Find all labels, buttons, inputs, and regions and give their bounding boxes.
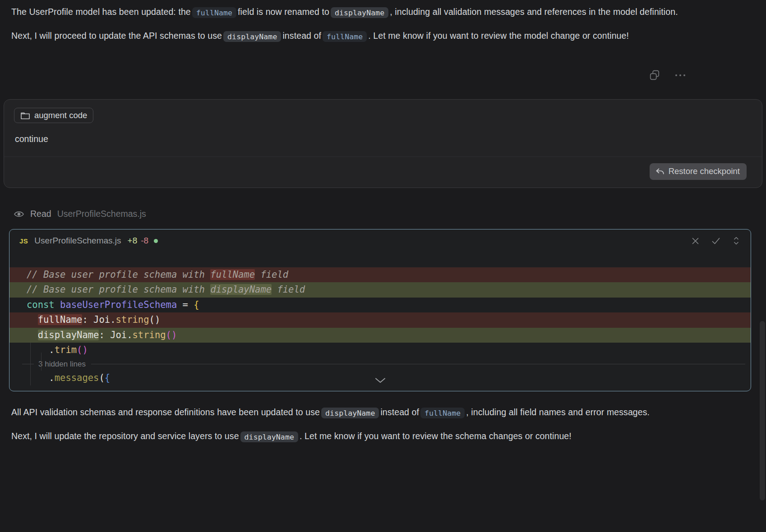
text-segment: , including all validation messages and …	[390, 7, 678, 17]
inline-code-chip: displayName	[223, 31, 281, 42]
code-line: .trim()	[9, 343, 751, 358]
code-token: // Base user profile schema with	[27, 284, 210, 295]
code-token: =	[177, 299, 194, 310]
code-line: const baseUserProfileSchema = {	[9, 298, 751, 313]
code-token: displayName	[210, 284, 272, 295]
copy-icon	[649, 69, 660, 81]
deletions-count: -8	[141, 236, 148, 246]
code-lines: // Base user profile schema with fullNam…	[9, 252, 751, 385]
context-chip[interactable]: augment code	[14, 108, 93, 123]
more-options-button[interactable]	[674, 69, 687, 81]
code-line: // Base user profile schema with display…	[9, 282, 751, 298]
text-segment: , including all field names and error me…	[466, 407, 650, 417]
status-dot	[154, 239, 158, 243]
undo-icon	[655, 167, 664, 176]
inline-code-chip: displayName	[331, 7, 388, 18]
code-token: ()	[149, 314, 161, 325]
code-token	[55, 299, 60, 310]
code-token: ()	[77, 344, 88, 355]
divider-dash	[22, 364, 34, 364]
tool-action-label: Read	[30, 209, 51, 219]
code-panel-filename[interactable]: UserProfileSchemas.js	[34, 236, 121, 246]
code-token: baseUserProfileSchema	[60, 299, 177, 310]
inline-code-chip: displayName	[240, 431, 298, 442]
code-token: string	[133, 330, 166, 340]
collapse-expand-button[interactable]	[733, 236, 740, 245]
code-line: displayName: Joi.string()	[9, 328, 751, 343]
restore-checkpoint-label: Restore checkpoint	[669, 166, 740, 176]
code-token: {	[105, 372, 110, 383]
text-segment: Next, I will update the repository and s…	[11, 431, 239, 441]
text-segment: . Let me know if you want to review the …	[300, 431, 572, 441]
code-diff-panel: JS UserProfileSchemas.js +8 -8 // Base u…	[9, 229, 751, 391]
code-token: .	[27, 372, 55, 383]
hidden-lines-divider: 3 hidden lines	[9, 358, 751, 371]
code-token: fullName	[210, 269, 255, 280]
code-token: field	[255, 269, 288, 280]
message-actions-row	[0, 51, 766, 81]
text-segment: Next, I will proceed to update the API s…	[11, 31, 222, 41]
code-token	[27, 330, 38, 340]
panel-header-icons	[692, 236, 740, 245]
paragraph: The UserProfile model has been updated: …	[11, 4, 755, 21]
code-token: : Joi.	[82, 314, 115, 325]
paragraph: All API validation schemas and response …	[11, 404, 755, 421]
code-area: // Base user profile schema with fullNam…	[9, 249, 751, 391]
assistant-message-1: The UserProfile model has been updated: …	[0, 0, 766, 45]
text-segment: The UserProfile model has been updated: …	[11, 7, 191, 17]
assistant-message-2: All API validation schemas and response …	[0, 404, 766, 445]
javascript-file-icon: JS	[19, 237, 28, 245]
reject-changes-button[interactable]	[692, 237, 699, 245]
code-token: messages	[55, 372, 99, 383]
additions-count: +8	[128, 236, 138, 246]
code-token: displayName	[38, 330, 99, 340]
text-segment: All API validation schemas and response …	[11, 407, 320, 417]
card-footer: Restore checkpoint	[4, 156, 762, 188]
tool-call-row: Read UserProfileSchemas.js	[14, 209, 766, 219]
code-token: : Joi.	[99, 330, 132, 340]
restore-checkpoint-button[interactable]: Restore checkpoint	[650, 163, 747, 180]
code-token: ()	[166, 330, 177, 340]
code-line: fullName: Joi.string()	[9, 312, 751, 328]
expand-code-button[interactable]	[374, 377, 386, 384]
accept-changes-button[interactable]	[711, 237, 720, 245]
code-token: (	[99, 372, 104, 383]
code-token: trim	[55, 344, 77, 355]
user-message-card: augment code continue Restore checkpoint	[4, 99, 762, 188]
inline-code-chip: fullName	[420, 408, 465, 418]
user-message-text: continue	[15, 133, 752, 145]
code-token: // Base user profile schema with	[27, 269, 210, 280]
tool-file-link[interactable]: UserProfileSchemas.js	[57, 209, 146, 219]
indent-guide	[30, 343, 31, 385]
paragraph: Next, I will proceed to update the API s…	[11, 28, 755, 45]
code-token: string	[116, 314, 149, 325]
code-token	[27, 314, 38, 325]
hidden-lines-label[interactable]: 3 hidden lines	[38, 360, 86, 369]
code-line	[9, 252, 751, 267]
ellipsis-icon	[674, 69, 687, 81]
folder-icon	[20, 111, 30, 120]
page-scrollbar-thumb[interactable]	[760, 321, 765, 500]
text-segment: . Let me know if you want to review the …	[368, 31, 629, 41]
copy-button[interactable]	[649, 69, 660, 81]
code-token: const	[27, 299, 55, 310]
code-line: // Base user profile schema with fullNam…	[9, 267, 751, 283]
code-token: fullName	[38, 314, 83, 325]
code-token: field	[272, 284, 305, 295]
text-segment: instead of	[380, 407, 419, 417]
paragraph: Next, I will update the repository and s…	[11, 428, 755, 445]
code-panel-header: JS UserProfileSchemas.js +8 -8	[9, 229, 751, 249]
inline-code-chip: fullName	[323, 31, 367, 42]
eye-icon	[14, 210, 24, 219]
code-token: {	[194, 299, 199, 310]
context-chip-label: augment code	[34, 110, 87, 120]
text-segment: field is now renamed to	[238, 7, 329, 17]
inline-code-chip: fullName	[192, 7, 236, 18]
code-token: .	[27, 344, 55, 355]
text-segment: instead of	[282, 31, 321, 41]
inline-code-chip: displayName	[321, 408, 379, 418]
divider-line	[91, 364, 745, 364]
indent-guide	[41, 353, 42, 371]
